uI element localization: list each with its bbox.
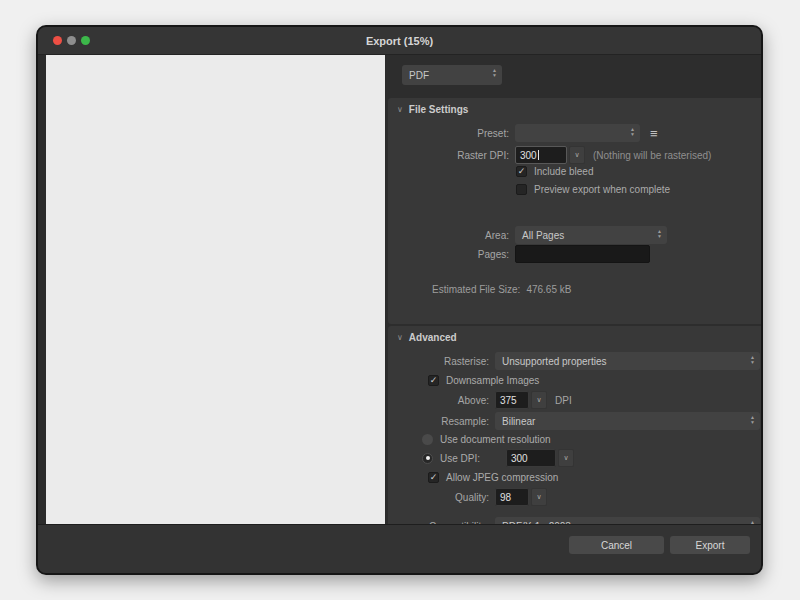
use-doc-res-radio[interactable]: [422, 434, 433, 445]
quality-dropdown-button[interactable]: ∨: [531, 488, 547, 506]
chevron-down-icon: ∨: [536, 493, 541, 501]
export-settings-panel: PDF ▲▼ ∨ File Settings Preset: ▲▼ ≡: [386, 55, 763, 528]
advanced-section: ∨ Advanced Rasterise: Unsupported proper…: [388, 326, 763, 528]
advanced-header[interactable]: ∨ Advanced: [397, 332, 457, 343]
resample-select[interactable]: Bilinear ▲▼: [495, 412, 760, 430]
preset-row: Preset: ▲▼ ≡: [388, 124, 763, 142]
pages-input[interactable]: [515, 245, 650, 263]
quality-input[interactable]: 98: [495, 488, 529, 506]
advanced-title: Advanced: [409, 332, 457, 343]
dialog-footer: Cancel Export: [38, 524, 761, 573]
quality-row: Quality: 98 ∨: [388, 488, 763, 506]
check-icon: ✓: [518, 167, 526, 176]
raster-dpi-note: (Nothing will be rasterised): [593, 150, 711, 161]
stepper-icon: ▲▼: [750, 415, 755, 425]
rasterise-select-value: Unsupported properties: [502, 356, 607, 367]
export-preview-canvas: [46, 55, 385, 526]
include-bleed-checkbox[interactable]: ✓: [516, 166, 527, 177]
preset-menu-icon[interactable]: ≡: [650, 126, 658, 141]
text-caret: [538, 150, 539, 160]
include-bleed-row: ✓ Include bleed: [516, 164, 763, 178]
above-dropdown-button[interactable]: ∨: [531, 391, 547, 409]
export-button[interactable]: Export: [670, 536, 750, 554]
preset-label: Preset:: [388, 128, 515, 139]
collapse-icon: ∨: [397, 333, 403, 342]
downsample-checkbox[interactable]: ✓: [428, 375, 439, 386]
use-dpi-row: Use DPI: 300 ∨: [422, 449, 763, 467]
stepper-icon: ▲▼: [657, 229, 662, 239]
pages-row: Pages:: [388, 245, 763, 263]
area-select[interactable]: All Pages ▲▼: [515, 226, 667, 244]
allow-jpeg-row: ✓ Allow JPEG compression: [428, 470, 763, 484]
stepper-icon: ▲▼: [750, 355, 755, 365]
preview-export-checkbox[interactable]: [516, 184, 527, 195]
resample-row: Resample: Bilinear ▲▼: [388, 412, 763, 430]
preset-select[interactable]: ▲▼: [515, 124, 640, 142]
quality-label: Quality:: [388, 492, 495, 503]
collapse-icon: ∨: [397, 105, 403, 114]
downsample-row: ✓ Downsample Images: [428, 373, 763, 387]
above-label: Above:: [388, 395, 495, 406]
chevron-down-icon: ∨: [563, 454, 568, 462]
format-select-value: PDF: [409, 70, 429, 81]
use-dpi-radio[interactable]: [422, 453, 433, 464]
allow-jpeg-label: Allow JPEG compression: [446, 472, 558, 483]
stepper-icon: ▲▼: [492, 68, 497, 78]
estimated-file-size-label: Estimated File Size:: [432, 284, 520, 295]
raster-dpi-input[interactable]: 300: [515, 146, 567, 164]
include-bleed-label: Include bleed: [534, 166, 594, 177]
raster-dpi-row: Raster DPI: 300 ∨ (Nothing will be raste…: [388, 146, 763, 164]
area-row: Area: All Pages ▲▼: [388, 226, 763, 244]
area-select-value: All Pages: [522, 230, 564, 241]
pages-label: Pages:: [388, 249, 515, 260]
estimated-file-size: Estimated File Size: 476.65 kB: [432, 284, 571, 295]
stepper-icon: ▲▼: [630, 127, 635, 137]
chevron-down-icon: ∨: [536, 396, 541, 404]
use-doc-res-row: Use document resolution: [422, 432, 763, 446]
window-title: Export (15%): [38, 27, 761, 55]
format-select[interactable]: PDF ▲▼: [402, 65, 502, 85]
above-row: Above: 375 ∨ DPI: [388, 391, 763, 409]
cancel-button[interactable]: Cancel: [569, 536, 664, 554]
export-dialog: Export (15%) PDF ▲▼ ∨ File Settings Pres…: [36, 25, 763, 575]
titlebar: Export (15%): [38, 27, 761, 55]
raster-dpi-label: Raster DPI:: [388, 150, 515, 161]
chevron-down-icon: ∨: [574, 151, 579, 159]
rasterise-label: Rasterise:: [388, 356, 495, 367]
rasterise-row: Rasterise: Unsupported properties ▲▼: [388, 352, 763, 370]
resample-select-value: Bilinear: [502, 416, 535, 427]
preview-export-label: Preview export when complete: [534, 184, 670, 195]
area-label: Area:: [388, 230, 515, 241]
check-icon: ✓: [430, 376, 438, 385]
rasterise-select[interactable]: Unsupported properties ▲▼: [495, 352, 760, 370]
raster-dpi-dropdown-button[interactable]: ∨: [569, 146, 585, 164]
file-settings-header[interactable]: ∨ File Settings: [397, 104, 468, 115]
preview-export-row: Preview export when complete: [516, 182, 763, 196]
estimated-file-size-value: 476.65 kB: [526, 284, 571, 295]
resample-label: Resample:: [388, 416, 495, 427]
check-icon: ✓: [430, 473, 438, 482]
downsample-label: Downsample Images: [446, 375, 539, 386]
file-settings-section: ∨ File Settings Preset: ▲▼ ≡ Raster DPI:…: [388, 98, 763, 324]
above-input[interactable]: 375: [495, 391, 529, 409]
use-dpi-dropdown-button[interactable]: ∨: [558, 449, 574, 467]
use-doc-res-label: Use document resolution: [440, 434, 551, 445]
use-dpi-input[interactable]: 300: [506, 449, 556, 467]
above-unit: DPI: [555, 395, 572, 406]
allow-jpeg-checkbox[interactable]: ✓: [428, 472, 439, 483]
use-dpi-label: Use DPI:: [440, 453, 506, 464]
file-settings-title: File Settings: [409, 104, 468, 115]
scrollbar[interactable]: [762, 57, 763, 526]
